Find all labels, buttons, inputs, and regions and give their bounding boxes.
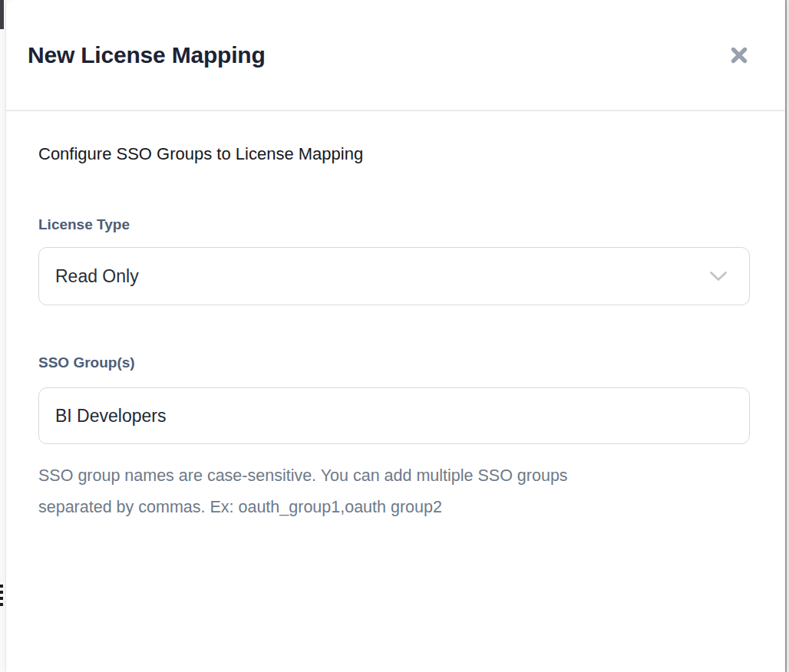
chevron-down-icon — [709, 271, 728, 282]
new-license-mapping-modal: New License Mapping Configure SSO Groups… — [6, 0, 785, 672]
section-heading: Configure SSO Groups to License Mapping — [38, 143, 750, 165]
license-type-label: License Type — [38, 216, 750, 233]
close-icon — [728, 44, 751, 67]
sso-groups-help-line1: SSO group names are case-sensitive. You … — [38, 460, 750, 492]
background-page-right-sliver — [785, 0, 789, 672]
background-page-left-sliver — [0, 0, 6, 672]
sso-groups-help: SSO group names are case-sensitive. You … — [38, 460, 750, 523]
background-text-lines-sliver — [0, 585, 5, 609]
modal-title: New License Mapping — [28, 42, 266, 68]
license-type-select[interactable]: Read Only — [38, 247, 750, 305]
close-button[interactable] — [724, 40, 754, 71]
background-navbar-sliver — [0, 0, 4, 29]
modal-body: Configure SSO Groups to License Mapping … — [6, 143, 785, 523]
sso-groups-help-line2: separated by commas. Ex: oauth_group1,oa… — [38, 492, 750, 523]
sso-groups-label: SSO Group(s) — [38, 354, 750, 371]
license-type-selected-value: Read Only — [55, 266, 139, 287]
modal-header: New License Mapping — [6, 0, 785, 111]
screen: New License Mapping Configure SSO Groups… — [0, 0, 789, 672]
sso-groups-input[interactable] — [38, 387, 750, 444]
